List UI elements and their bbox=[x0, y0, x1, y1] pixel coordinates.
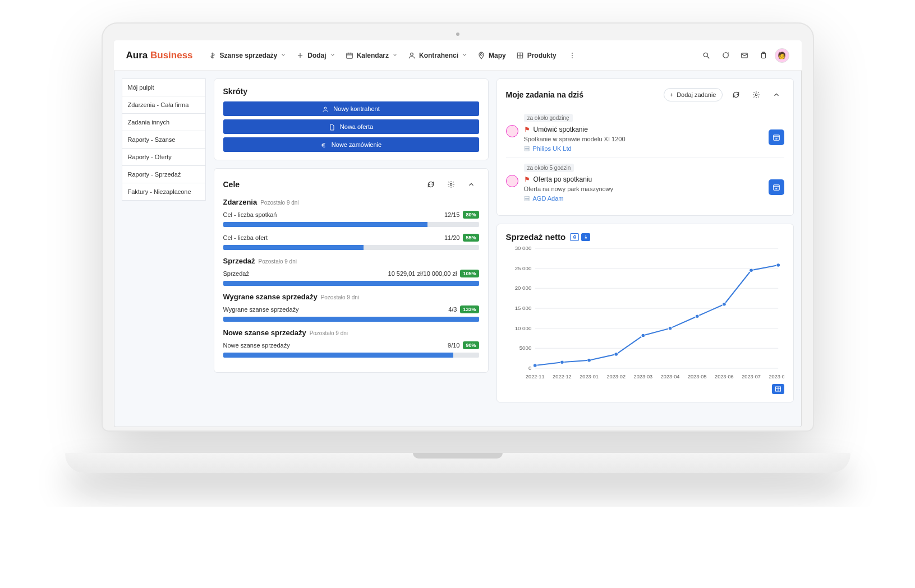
nav-produkty[interactable]: Produkty bbox=[512, 48, 561, 63]
nav-label: Kalendarz bbox=[357, 52, 389, 59]
goal-name: Cel - liczba spotkań bbox=[223, 211, 444, 218]
nav-szanse-sprzeda-y[interactable]: Szanse sprzedaży bbox=[204, 48, 291, 63]
mail-icon[interactable] bbox=[737, 48, 752, 63]
goal-section-heading: ZdarzeniaPozostało 9 dni bbox=[223, 198, 479, 206]
plus-icon: + bbox=[670, 91, 673, 98]
svg-rect-2 bbox=[346, 53, 352, 58]
nav-label: Mapy bbox=[489, 52, 506, 59]
chart-ytick: 0 bbox=[528, 365, 531, 371]
task-company-link[interactable]: ▤Philips UK Ltd bbox=[524, 145, 763, 152]
goal-section-sub: Pozostało 9 dni bbox=[310, 330, 348, 336]
goal-value: 10 529,01 zł/10 000,00 zł bbox=[388, 270, 457, 277]
chart-xtick: 2023-06 bbox=[715, 374, 734, 379]
sidebar-item-2[interactable]: Zadania innych bbox=[122, 114, 206, 131]
shortcut-1[interactable]: Nowa oferta bbox=[223, 119, 479, 134]
task-company-link[interactable]: ▤AGD Adam bbox=[524, 195, 763, 202]
chart-xtick: 2023-03 bbox=[633, 374, 652, 379]
shortcut-0[interactable]: Nowy kontrahent bbox=[223, 101, 479, 116]
goal-name: Sprzedaż bbox=[223, 270, 388, 277]
chevron-down-icon bbox=[392, 52, 398, 59]
gear-icon[interactable] bbox=[748, 87, 764, 103]
sidebar: Mój pulpitZdarzenia - Cała firmaZadania … bbox=[122, 78, 206, 419]
flag-icon: ⚑ bbox=[524, 126, 530, 133]
goal-section-heading: Nowe szanse sprzedażyPozostało 9 dni bbox=[223, 328, 479, 337]
nav-mapy[interactable]: Mapy bbox=[473, 48, 511, 63]
nav-dodaj[interactable]: Dodaj bbox=[292, 48, 339, 63]
euro-icon bbox=[320, 141, 327, 148]
chart-print-icon[interactable]: ⎙ bbox=[570, 233, 579, 241]
calendar-icon bbox=[346, 52, 353, 59]
grid-icon bbox=[516, 52, 524, 59]
task-title: Oferta po spotkaniu bbox=[534, 175, 592, 183]
gear-icon[interactable] bbox=[443, 177, 459, 192]
task-row: za około 5 godzin ⚑Oferta po spotkaniu O… bbox=[506, 158, 784, 207]
sidebar-item-6[interactable]: Faktury - Niezapłacone bbox=[122, 183, 206, 201]
goal-progress-bar bbox=[223, 245, 479, 250]
nav-more-icon[interactable] bbox=[564, 48, 580, 63]
top-navbar: Aura Business Szanse sprzedaży Dodaj Kal… bbox=[114, 40, 802, 71]
tasks-card: Moje zadania na dziś + Dodaj zadanie bbox=[496, 78, 794, 216]
task-avatar bbox=[506, 175, 518, 187]
sidebar-item-4[interactable]: Raporty - Oferty bbox=[122, 149, 206, 166]
svg-line-14 bbox=[707, 56, 709, 58]
dollar-icon bbox=[209, 52, 217, 59]
app-logo: Aura Business bbox=[126, 50, 193, 61]
goal-value: 12/15 bbox=[444, 211, 460, 218]
task-schedule-button[interactable] bbox=[769, 129, 784, 145]
add-task-button[interactable]: + Dodaj zadanie bbox=[664, 88, 723, 101]
chart-ytick: 15 000 bbox=[514, 305, 531, 311]
clipboard-icon[interactable] bbox=[756, 48, 771, 63]
goal-section-sub: Pozostało 9 dni bbox=[321, 294, 359, 300]
nav-kontrahenci[interactable]: Kontrahenci bbox=[403, 48, 472, 63]
goal-pct-badge: 133% bbox=[460, 305, 479, 313]
user-icon bbox=[322, 105, 329, 112]
user-avatar[interactable]: 🧑 bbox=[775, 48, 789, 63]
file-icon bbox=[329, 123, 335, 130]
chart-ytick: 5000 bbox=[519, 346, 531, 351]
shortcut-2[interactable]: Nowe zamówienie bbox=[223, 137, 479, 152]
goal-row: Nowe szanse sprzedaży 9/10 90% bbox=[223, 341, 479, 358]
goal-pct-badge: 105% bbox=[460, 270, 479, 277]
sidebar-item-0[interactable]: Mój pulpit bbox=[122, 78, 206, 96]
collapse-icon[interactable] bbox=[463, 177, 479, 192]
chart-point bbox=[749, 268, 753, 272]
sales-line-chart: 0500010 00015 00020 00025 00030 0002022-… bbox=[506, 244, 784, 384]
svg-point-12 bbox=[572, 57, 573, 58]
goal-section-sub: Pozostało 9 dni bbox=[260, 200, 298, 206]
svg-point-6 bbox=[411, 53, 413, 55]
nav-label: Szanse sprzedaży bbox=[220, 52, 278, 59]
search-icon[interactable] bbox=[698, 48, 714, 63]
tasks-title: Moje zadania na dziś bbox=[506, 90, 658, 99]
goal-pct-badge: 55% bbox=[463, 234, 479, 242]
task-desc: Spotkanie w sprawie modelu XI 1200 bbox=[524, 136, 763, 142]
sidebar-item-3[interactable]: Raporty - Szanse bbox=[122, 131, 206, 149]
goal-name: Nowe szanse sprzedaży bbox=[223, 342, 448, 349]
task-time-badge: za około 5 godzin bbox=[524, 164, 574, 172]
flag-icon: ⚑ bbox=[524, 175, 530, 183]
task-schedule-button[interactable] bbox=[769, 179, 784, 195]
svg-point-18 bbox=[324, 107, 327, 109]
chart-point bbox=[641, 334, 645, 337]
chat-icon[interactable] bbox=[718, 48, 733, 63]
sidebar-item-5[interactable]: Raporty - Sprzedaż bbox=[122, 166, 206, 183]
chart-xtick: 2022-11 bbox=[525, 374, 544, 379]
chart-title: Sprzedaż netto bbox=[506, 232, 566, 242]
nav-kalendarz[interactable]: Kalendarz bbox=[341, 48, 402, 63]
refresh-icon[interactable] bbox=[423, 177, 439, 192]
logo-part2: Business bbox=[150, 50, 193, 61]
goal-name: Cel - liczba ofert bbox=[223, 234, 444, 241]
refresh-icon[interactable] bbox=[728, 87, 744, 103]
collapse-icon[interactable] bbox=[769, 87, 784, 103]
sidebar-item-1[interactable]: Zdarzenia - Cała firma bbox=[122, 96, 206, 114]
chart-table-icon[interactable] bbox=[772, 384, 784, 394]
goal-row: Sprzedaż 10 529,01 zł/10 000,00 zł 105% bbox=[223, 270, 479, 286]
chart-xtick: 2022-12 bbox=[553, 374, 572, 379]
chart-point bbox=[560, 360, 564, 364]
goal-section-sub: Pozostało 9 dni bbox=[259, 258, 297, 265]
sales-chart-card: Sprzedaż netto ⎙ ⤓ 0500010 00015 00020 0… bbox=[496, 224, 794, 402]
nav-label: Dodaj bbox=[307, 52, 326, 59]
building-icon: ▤ bbox=[524, 145, 530, 152]
chart-export-icon[interactable]: ⤓ bbox=[581, 233, 590, 241]
goal-value: 4/3 bbox=[448, 306, 457, 313]
camera-dot bbox=[456, 33, 459, 36]
